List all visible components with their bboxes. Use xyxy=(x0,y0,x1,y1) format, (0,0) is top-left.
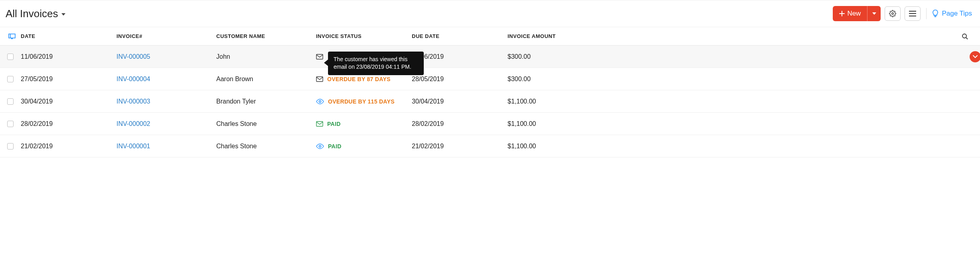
status-text: OVERDUE BY 115 DAYS xyxy=(328,98,395,105)
cell-amount: $300.00 xyxy=(508,76,953,83)
invoice-link[interactable]: INV-000004 xyxy=(117,76,216,83)
row-checkbox[interactable] xyxy=(7,98,14,105)
column-header-amount[interactable]: INVOICE AMOUNT xyxy=(508,33,953,39)
cell-due: 30/04/2019 xyxy=(412,98,508,105)
cell-date: 11/06/2019 xyxy=(21,53,117,60)
columns-icon xyxy=(8,34,16,39)
column-header-due[interactable]: DUE DATE xyxy=(412,33,508,39)
cell-date: 30/04/2019 xyxy=(21,98,117,105)
view-selector[interactable]: All Invoices xyxy=(6,8,65,20)
status-text: OVERDUE BY 87 DAYS xyxy=(327,76,391,82)
row-checkbox[interactable] xyxy=(7,121,14,127)
cell-customer: Charles Stone xyxy=(216,120,316,128)
new-button[interactable]: New xyxy=(833,6,867,21)
svg-rect-13 xyxy=(316,122,323,126)
invoice-link[interactable]: INV-000005 xyxy=(117,53,216,60)
cell-status: OVERDUE BY 87 DAYS xyxy=(316,76,412,82)
cell-status: PAID xyxy=(316,121,412,127)
chevron-down-icon xyxy=(872,12,876,15)
column-header-date[interactable]: DATE xyxy=(21,33,35,39)
settings-button[interactable] xyxy=(885,6,901,21)
row-checkbox[interactable] xyxy=(7,54,14,60)
plus-icon xyxy=(839,11,845,16)
status-text: PAID xyxy=(327,121,341,127)
svg-rect-2 xyxy=(909,13,916,14)
svg-rect-6 xyxy=(9,34,15,38)
row-actions-button[interactable] xyxy=(970,51,980,62)
tooltip-text: The customer has viewed this email on 23… xyxy=(334,56,411,70)
page-tips-link[interactable]: Page Tips xyxy=(932,10,972,18)
table-row[interactable]: 11/06/2019INV-000005JohnThe customer has… xyxy=(0,46,980,68)
chevron-down-icon xyxy=(973,55,978,58)
svg-rect-1 xyxy=(909,11,916,12)
cell-customer: Aaron Brown xyxy=(216,76,316,83)
invoice-link[interactable]: INV-000001 xyxy=(117,143,216,150)
new-button-label: New xyxy=(847,10,861,18)
cell-customer: Charles Stone xyxy=(216,143,316,150)
column-header-status[interactable]: INVOICE STATUS xyxy=(316,33,412,39)
column-header-invoice[interactable]: INVOICE# xyxy=(117,33,216,39)
mail-icon xyxy=(316,76,323,82)
gear-icon xyxy=(889,10,896,17)
mail-icon xyxy=(316,54,323,60)
row-checkbox[interactable] xyxy=(7,143,14,149)
eye-icon xyxy=(316,143,324,149)
tooltip: The customer has viewed this email on 23… xyxy=(328,52,424,75)
toolbar: All Invoices New Page Tips xyxy=(0,0,980,27)
table-row[interactable]: 21/02/2019INV-000001Charles StonePAID21/… xyxy=(0,135,980,157)
svg-rect-3 xyxy=(909,16,916,16)
page-tips-label: Page Tips xyxy=(942,10,972,18)
cell-due: 28/05/2019 xyxy=(412,76,508,83)
menu-icon xyxy=(909,11,916,16)
svg-point-8 xyxy=(962,34,966,38)
new-button-group: New xyxy=(833,6,881,21)
menu-button[interactable] xyxy=(905,6,921,21)
table-row[interactable]: 27/05/2019INV-000004Aaron BrownOVERDUE B… xyxy=(0,68,980,90)
svg-point-12 xyxy=(319,100,321,102)
cell-amount: $1,100.00 xyxy=(508,143,953,150)
bulb-icon xyxy=(932,10,939,18)
mail-icon xyxy=(316,121,323,127)
table-body: 11/06/2019INV-000005JohnThe customer has… xyxy=(0,46,980,157)
svg-rect-11 xyxy=(316,77,323,82)
cell-amount: $300.00 xyxy=(508,53,953,60)
svg-point-0 xyxy=(892,13,894,15)
svg-point-14 xyxy=(319,145,321,147)
column-header-customer[interactable]: CUSTOMER NAME xyxy=(216,33,316,39)
column-selector-button[interactable] xyxy=(3,34,21,39)
cell-status: OVERDUE BY 115 DAYS xyxy=(316,98,412,105)
cell-date: 21/02/2019 xyxy=(21,143,117,150)
svg-rect-10 xyxy=(316,54,323,59)
invoice-link[interactable]: INV-000003 xyxy=(117,98,216,105)
table-header: DATE INVOICE# CUSTOMER NAME INVOICE STAT… xyxy=(0,27,980,46)
cell-amount: $1,100.00 xyxy=(508,98,953,105)
svg-line-9 xyxy=(966,38,968,39)
cell-due: 21/02/2019 xyxy=(412,143,508,150)
search-icon xyxy=(962,33,968,40)
cell-due: 11/06/2019 xyxy=(412,53,508,60)
cell-customer: Brandon Tyler xyxy=(216,98,316,105)
chevron-down-icon xyxy=(61,13,65,16)
search-button[interactable] xyxy=(953,33,977,40)
cell-amount: $1,100.00 xyxy=(508,120,953,128)
cell-due: 28/02/2019 xyxy=(412,120,508,128)
cell-date: 28/02/2019 xyxy=(21,120,117,128)
invoice-link[interactable]: INV-000002 xyxy=(117,120,216,128)
cell-status: PAID xyxy=(316,143,412,149)
row-checkbox[interactable] xyxy=(7,76,14,82)
cell-status: The customer has viewed this email on 23… xyxy=(316,54,412,60)
cell-date: 27/05/2019 xyxy=(21,76,117,83)
table-row[interactable]: 28/02/2019INV-000002Charles StonePAID28/… xyxy=(0,113,980,135)
page-title: All Invoices xyxy=(6,8,58,20)
status-text: PAID xyxy=(328,143,342,149)
separator xyxy=(926,8,927,19)
eye-icon xyxy=(316,99,324,104)
cell-customer: John xyxy=(216,53,316,60)
new-button-dropdown[interactable] xyxy=(867,6,881,21)
table-row[interactable]: 30/04/2019INV-000003Brandon TylerOVERDUE… xyxy=(0,90,980,113)
